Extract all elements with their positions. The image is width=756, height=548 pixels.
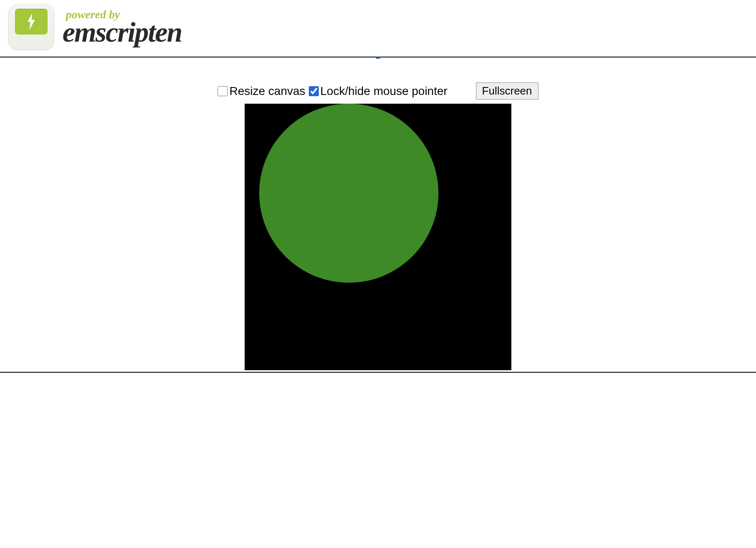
emscripten-app-icon	[8, 4, 54, 50]
lock-pointer-checkbox[interactable]	[309, 86, 319, 96]
fullscreen-button[interactable]: Fullscreen	[476, 82, 538, 100]
bottom-divider	[0, 372, 756, 373]
resize-canvas-checkbox[interactable]	[218, 86, 228, 96]
spinner-icon	[376, 57, 380, 59]
brand-text: powered by emscripten	[63, 8, 182, 46]
resize-canvas-label-wrap[interactable]: Resize canvas	[218, 85, 305, 98]
lock-pointer-label-wrap[interactable]: Lock/hide mouse pointer	[309, 85, 448, 98]
resize-canvas-label: Resize canvas	[229, 85, 305, 98]
controls-row: Resize canvas Lock/hide mouse pointer Fu…	[0, 57, 756, 104]
header: powered by emscripten	[0, 0, 756, 54]
canvas-container	[0, 104, 756, 372]
app-icon-badge	[15, 9, 48, 35]
rendered-circle	[259, 104, 438, 283]
lightning-bolt-icon	[25, 13, 37, 30]
canvas-options: Resize canvas Lock/hide mouse pointer	[218, 85, 447, 98]
lock-pointer-label: Lock/hide mouse pointer	[320, 85, 448, 98]
brand-name: emscripten	[63, 18, 182, 46]
emscripten-canvas[interactable]	[245, 104, 511, 370]
spinner-area	[0, 54, 756, 57]
app-icon-base	[15, 38, 48, 45]
